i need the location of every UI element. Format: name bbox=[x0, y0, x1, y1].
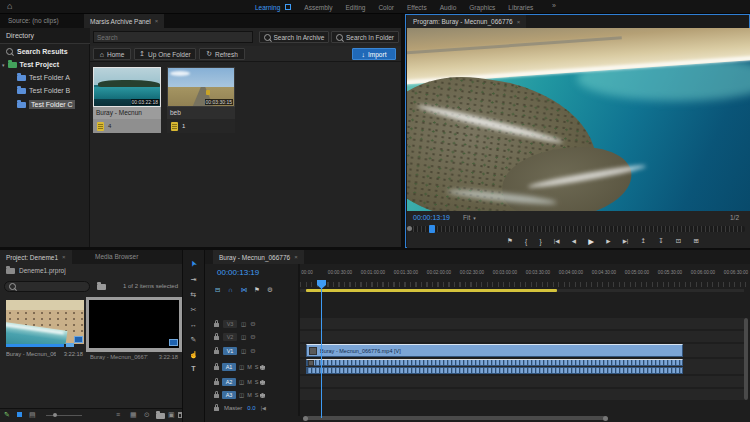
go-to-out-icon[interactable]: ▶| bbox=[623, 238, 629, 244]
mute-button[interactable]: M bbox=[247, 392, 252, 398]
linked-selection-icon[interactable]: ⋈ bbox=[241, 286, 248, 294]
scrubber-handle[interactable] bbox=[407, 226, 412, 231]
track-badge[interactable]: V2 bbox=[223, 333, 237, 341]
track-header-v1[interactable]: V1 ◫ ⊙ bbox=[211, 344, 298, 357]
sync-lock-icon[interactable]: ◫ bbox=[241, 348, 246, 354]
mute-button[interactable]: M bbox=[247, 364, 252, 370]
track-badge[interactable]: V3 bbox=[223, 320, 237, 328]
lock-icon[interactable] bbox=[214, 407, 219, 411]
workspace-tab-color[interactable]: Color bbox=[378, 4, 394, 11]
audio-clip-channel-2[interactable] bbox=[306, 367, 683, 374]
import-button[interactable]: ↓Import bbox=[352, 48, 396, 60]
voiceover-mic-icon[interactable] bbox=[261, 393, 264, 397]
workspace-tab-libraries[interactable]: Libraries bbox=[508, 4, 533, 11]
mark-out-icon[interactable]: } bbox=[539, 238, 541, 245]
workspace-tab-audio[interactable]: Audio bbox=[440, 4, 457, 11]
workspace-tab-assembly[interactable]: Assembly bbox=[304, 4, 332, 11]
trash-icon[interactable] bbox=[178, 412, 182, 418]
track-badge[interactable]: A1 bbox=[222, 363, 236, 371]
ripple-edit-tool[interactable]: ⇆ bbox=[182, 291, 205, 299]
project-item-name[interactable]: Buray - Mecnun_066776 bbox=[90, 354, 148, 360]
play-icon[interactable]: ▶ bbox=[588, 237, 594, 246]
track-badge[interactable]: A3 bbox=[222, 391, 236, 399]
track-header-v2[interactable]: V2 ◫ ⊙ bbox=[211, 331, 298, 342]
search-in-archive-button[interactable]: Search In Archive bbox=[259, 31, 329, 43]
workspace-tab-learning[interactable]: Learning bbox=[255, 4, 280, 11]
razor-tool[interactable]: ✂ bbox=[182, 306, 205, 314]
chevron-down-icon[interactable]: ▾ bbox=[2, 62, 5, 68]
playback-resolution[interactable]: 1/2 bbox=[730, 214, 739, 221]
track-lane-a2[interactable] bbox=[300, 376, 744, 387]
clip-thumbnail[interactable]: 00:03:22:18 bbox=[93, 67, 161, 107]
extract-icon[interactable]: ↧ bbox=[658, 237, 663, 245]
track-output-eye-icon[interactable]: ⊙ bbox=[250, 333, 255, 341]
track-badge[interactable]: V1 bbox=[223, 347, 237, 355]
tree-item-folder-b[interactable]: Test Folder B bbox=[17, 87, 70, 94]
refresh-button[interactable]: ↻Refresh bbox=[199, 48, 245, 60]
tab-sequence[interactable]: Buray - Mecnun_066776 × bbox=[213, 250, 304, 264]
tree-item-search-results[interactable]: Search Results bbox=[6, 48, 68, 55]
close-icon[interactable]: × bbox=[62, 254, 66, 260]
nest-toggle-icon[interactable]: ⊟ bbox=[215, 286, 220, 294]
slip-tool[interactable]: ↔ bbox=[182, 321, 205, 328]
keyframe-nav-icon[interactable]: |◀ bbox=[261, 405, 266, 411]
list-view-icon[interactable]: ▤ bbox=[29, 411, 36, 419]
lock-icon[interactable] bbox=[214, 336, 219, 340]
type-tool[interactable]: T bbox=[182, 365, 205, 372]
hand-tool[interactable]: ☝ bbox=[182, 351, 205, 359]
zoom-slider[interactable] bbox=[46, 415, 82, 416]
solo-button[interactable]: S bbox=[255, 392, 259, 398]
edit-original-icon[interactable]: ✎ bbox=[4, 411, 10, 419]
zoom-slider-handle[interactable] bbox=[53, 413, 57, 417]
thumbnail-scrub-bar[interactable] bbox=[6, 344, 64, 347]
mark-in-icon[interactable]: { bbox=[525, 238, 527, 245]
track-lane-v3[interactable] bbox=[300, 318, 744, 329]
clip-thumbnail[interactable]: 00:03:30:15 bbox=[167, 67, 235, 107]
voiceover-mic-icon[interactable] bbox=[261, 365, 264, 369]
timeline-v-scrollbar[interactable] bbox=[744, 318, 748, 400]
lock-icon[interactable] bbox=[214, 323, 219, 327]
program-playhead[interactable] bbox=[429, 225, 435, 233]
timeline-settings-icon[interactable]: ⚙ bbox=[267, 286, 273, 294]
pen-tool[interactable]: ✎ bbox=[182, 336, 205, 344]
tree-item-folder-a[interactable]: Test Folder A bbox=[17, 74, 70, 81]
workspace-modified-icon[interactable] bbox=[285, 4, 291, 10]
new-item-icon[interactable]: ▣ bbox=[168, 411, 175, 419]
archive-search-input[interactable] bbox=[93, 31, 253, 43]
lock-icon[interactable] bbox=[214, 366, 219, 370]
workspace-overflow-icon[interactable]: » bbox=[552, 2, 556, 9]
sync-lock-icon[interactable]: ◫ bbox=[239, 364, 244, 370]
h-scroll-handle-right[interactable] bbox=[603, 416, 608, 421]
h-scroll-handle-left[interactable] bbox=[303, 416, 308, 421]
step-back-icon[interactable]: ◀ bbox=[572, 238, 576, 244]
workspace-tab-graphics[interactable]: Graphics bbox=[469, 4, 495, 11]
track-header-a1[interactable]: A1 ◫ M S bbox=[211, 359, 298, 374]
timeline-ruler[interactable]: 00:00 00:00:30:00 00:01:00:00 00:01:30:0… bbox=[300, 264, 750, 288]
automate-to-sequence-icon[interactable]: ▦ bbox=[130, 411, 137, 419]
home-icon[interactable]: ⌂ bbox=[7, 1, 12, 11]
master-level-value[interactable]: 0.0 bbox=[247, 405, 255, 411]
video-clip[interactable]: Buray - Mecnun_066776.mp4 [V] bbox=[306, 344, 683, 357]
archive-clip-card[interactable]: 00:03:30:15 beb 1 bbox=[167, 67, 235, 133]
up-one-folder-button[interactable]: ↥Up One Folder bbox=[134, 48, 196, 60]
tab-marsis-archive-panel[interactable]: Marsis Archive Panel × bbox=[84, 14, 164, 28]
lock-icon[interactable] bbox=[214, 381, 219, 385]
track-output-eye-icon[interactable]: ⊙ bbox=[250, 347, 255, 355]
tab-media-browser[interactable]: Media Browser bbox=[95, 250, 138, 264]
track-lane-a3[interactable] bbox=[300, 389, 744, 400]
timeline-timecode[interactable]: 00:00:13:19 bbox=[217, 268, 259, 277]
lock-icon[interactable] bbox=[214, 394, 219, 398]
archive-clip-card-selected[interactable]: 00:03:22:18 Buray - Mecnun 4 bbox=[93, 67, 161, 133]
comparison-view-icon[interactable]: ⊞ bbox=[694, 237, 699, 245]
tab-program-monitor[interactable]: Program: Buray - Mecnun_066776 × bbox=[407, 15, 526, 28]
track-badge[interactable]: A2 bbox=[222, 378, 236, 386]
sort-icon[interactable]: ≡ bbox=[116, 411, 120, 418]
project-item[interactable] bbox=[6, 300, 84, 344]
track-output-eye-icon[interactable]: ⊙ bbox=[250, 320, 255, 328]
bin-breadcrumb[interactable]: Deneme1.prproj bbox=[6, 267, 66, 274]
mute-button[interactable]: M bbox=[247, 379, 252, 385]
audio-clip-channel-1[interactable] bbox=[306, 359, 683, 366]
home-button[interactable]: ⌂Home bbox=[93, 48, 131, 60]
tab-project[interactable]: Project: Deneme1 × bbox=[0, 250, 72, 264]
snap-toggle-icon[interactable]: ∩ bbox=[228, 286, 233, 293]
